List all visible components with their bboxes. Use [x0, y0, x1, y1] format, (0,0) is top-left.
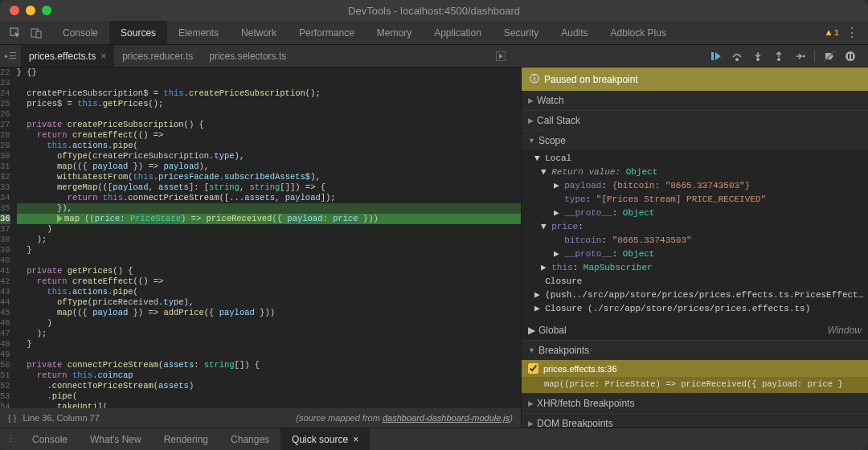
step-into-button[interactable] — [748, 47, 768, 65]
panel-tab-application[interactable]: Application — [423, 21, 493, 44]
panel-tab-console[interactable]: Console — [51, 21, 109, 44]
gutter-line[interactable]: 25 — [0, 99, 10, 109]
code-line[interactable]: return createEffect(() => — [17, 130, 521, 141]
gutter-line[interactable]: 53 — [0, 391, 10, 402]
scope-closure-1[interactable]: Closure — [522, 275, 868, 288]
panel-tab-elements[interactable]: Elements — [167, 21, 230, 44]
code-line[interactable] — [17, 109, 521, 120]
inspect-element-icon[interactable] — [6, 24, 24, 42]
gutter-line[interactable]: 31 — [0, 162, 10, 172]
code-line[interactable]: private connectPriceStream(assets: strin… — [17, 360, 521, 370]
panel-tab-memory[interactable]: Memory — [366, 21, 423, 44]
gutter-line[interactable]: 45 — [0, 308, 10, 318]
watch-section[interactable]: ▶Watch — [522, 91, 868, 110]
code-line[interactable]: map ((price: PriceState) => priceReceive… — [17, 214, 521, 224]
scope-proto-1[interactable]: ▶ __proto__: Object — [522, 207, 868, 220]
code-line[interactable]: private createPriceSubscription() { — [17, 120, 521, 130]
gutter-line[interactable]: 51 — [0, 370, 10, 381]
code-line[interactable]: } — [17, 339, 521, 350]
pretty-print-icon[interactable]: { } — [8, 413, 16, 423]
drawer-menu-icon[interactable]: ⋮ — [0, 434, 21, 444]
minimize-window[interactable] — [26, 6, 35, 15]
code-line[interactable]: takeUntil( — [17, 402, 521, 408]
breakpoints-section[interactable]: ▼Breakpoints — [522, 341, 868, 360]
gutter-line[interactable]: 39 — [0, 245, 10, 256]
resume-button[interactable] — [706, 47, 726, 65]
gutter-line[interactable]: 54 — [0, 402, 10, 408]
gutter-line[interactable]: 28 — [0, 130, 10, 141]
gutter-line[interactable]: 42 — [0, 276, 10, 287]
code-line[interactable]: private getPrices() { — [17, 266, 521, 276]
code-line[interactable]: prices$ = this.getPrices(); — [17, 99, 521, 109]
code-line[interactable]: ofType(priceReceived.type), — [17, 297, 521, 308]
gutter-line[interactable]: 40 — [0, 256, 10, 266]
code-line[interactable]: return this.coincap — [17, 370, 521, 381]
kebab-menu-icon[interactable]: ⋮ — [845, 25, 858, 41]
panel-tab-audits[interactable]: Audits — [550, 21, 599, 44]
close-window[interactable] — [10, 6, 19, 15]
gutter-line[interactable]: 47 — [0, 329, 10, 339]
file-tab[interactable]: prices.reducer.ts — [114, 45, 201, 67]
file-tab[interactable]: prices.effects.ts× — [21, 45, 114, 67]
gutter-line[interactable]: 29 — [0, 141, 10, 151]
step-out-button[interactable] — [769, 47, 788, 65]
gutter-line[interactable]: 46 — [0, 318, 10, 329]
maximize-window[interactable] — [42, 6, 51, 15]
gutter-line[interactable]: 37 — [0, 224, 10, 235]
callstack-section[interactable]: ▶Call Stack — [522, 111, 868, 130]
gutter-line[interactable]: 23 — [0, 78, 10, 88]
drawer-tab-changes[interactable]: Changes — [219, 428, 280, 450]
gutter-line[interactable]: 41 — [0, 266, 10, 276]
gutter-line[interactable]: 30 — [0, 151, 10, 162]
scope-this[interactable]: ▶ this: MapSubscriber — [522, 261, 868, 275]
gutter-line[interactable]: 35 — [0, 203, 10, 214]
snippet-run-icon[interactable] — [490, 51, 511, 61]
scope-global[interactable]: ▶GlobalWindow — [522, 321, 868, 340]
scope-section[interactable]: ▼Scope — [522, 131, 868, 150]
code-line[interactable]: return this.connectPriceStream([...asset… — [17, 193, 521, 203]
scope-local[interactable]: ▼ Local — [522, 152, 868, 166]
gutter-line[interactable]: 49 — [0, 350, 10, 360]
code-line[interactable]: } {} — [17, 68, 521, 78]
scope-closure-2[interactable]: ▶ Closure (./src/app/store/prices/prices… — [522, 302, 868, 316]
code-line[interactable]: this.actions.pipe( — [17, 141, 521, 151]
code-line[interactable]: this.actions.pipe( — [17, 287, 521, 297]
gutter-line[interactable]: 32 — [0, 172, 10, 182]
drawer-tab-console[interactable]: Console — [21, 428, 79, 450]
scope-type[interactable]: type: "[Prices Stream] PRICE_RECEIVED" — [522, 193, 868, 207]
code-line[interactable]: .pipe( — [17, 391, 521, 402]
code-line[interactable]: map(({ payload }) => addPrice({ payload … — [17, 308, 521, 318]
code-line[interactable]: ) — [17, 224, 521, 235]
gutter-line[interactable]: 38 — [0, 235, 10, 245]
breakpoint-checkbox[interactable] — [528, 363, 538, 374]
code-line[interactable]: ); — [17, 329, 521, 339]
code-line[interactable] — [17, 78, 521, 88]
gutter-line[interactable]: 33 — [0, 182, 10, 193]
gutter-line[interactable]: 34 — [0, 193, 10, 203]
code-line[interactable]: } — [17, 245, 521, 256]
scope-return[interactable]: ▼ Return value: Object — [522, 166, 868, 179]
step-button[interactable] — [790, 47, 809, 65]
step-over-button[interactable] — [727, 47, 747, 65]
gutter-line[interactable]: 22 — [0, 68, 10, 78]
code-line[interactable]: }), — [17, 203, 521, 214]
panel-tab-performance[interactable]: Performance — [288, 21, 366, 44]
gutter-line[interactable]: 36 — [0, 214, 10, 224]
gutter-line[interactable]: 44 — [0, 297, 10, 308]
code-line[interactable]: .connectToPriceStream(assets) — [17, 381, 521, 391]
code-line[interactable]: withLatestFrom(this.pricesFacade.subscri… — [17, 172, 521, 182]
source-map-link[interactable]: dashboard-dashboard-module.js — [383, 413, 510, 423]
close-icon[interactable]: × — [100, 51, 106, 62]
breakpoint-item[interactable]: prices.effects.ts:36 — [522, 360, 868, 377]
close-icon[interactable]: × — [353, 434, 358, 445]
gutter-line[interactable]: 52 — [0, 381, 10, 391]
scope-proto-2[interactable]: ▶ __proto__: Object — [522, 248, 868, 261]
code-line[interactable]: mergeMap(([payload, assets]: [string, st… — [17, 182, 521, 193]
gutter-line[interactable]: 43 — [0, 287, 10, 297]
code-line[interactable]: createPriceSubscription$ = this.createPr… — [17, 88, 521, 99]
drawer-tab-rendering[interactable]: Rendering — [153, 428, 219, 450]
device-toolbar-icon[interactable] — [27, 24, 45, 42]
code-editor[interactable]: 2223242526272829303132333435363738394041… — [0, 68, 521, 408]
warning-badge[interactable]: ▲ 1 — [826, 28, 839, 38]
deactivate-breakpoints-button[interactable] — [820, 47, 839, 65]
